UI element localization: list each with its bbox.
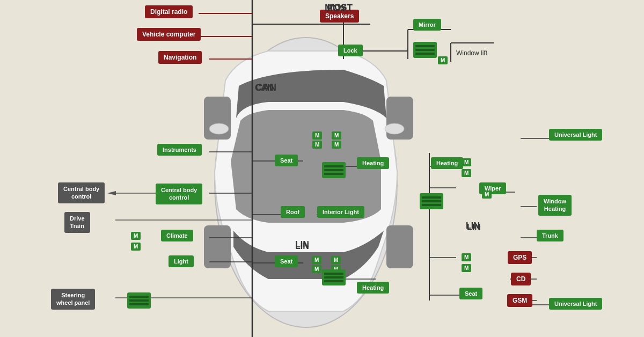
m4-label: M [332,141,341,149]
central-body-control-green-label: Central bodycontrol [156,184,202,204]
diagram-container: MOST CAN LIN LIN Digital radio Vehicle c… [0,0,644,337]
most-bus-label: MOST [325,3,353,14]
lock-label: Lock [338,45,363,56]
lin-right-connector-icon [420,193,443,209]
mirror-label: Mirror [413,19,441,31]
universal-light-bottom-label: Universal Light [549,298,602,310]
navigation-label: Navigation [158,51,202,64]
can-bus-label: CAN [255,82,276,93]
heating-top-left-label: Heating [357,157,389,169]
roof-label: Roof [281,206,305,218]
m6-label: M [131,243,141,251]
lin-right-label: LIN [466,221,480,231]
climate-label: Climate [161,230,193,241]
m3-label: M [312,141,322,149]
window-heating-label: WindowHeating [538,195,572,216]
digital-radio-label: Digital radio [145,5,193,18]
svg-rect-4 [386,225,413,268]
light-label: Light [169,255,194,267]
seat-top-connector-icon [322,162,346,178]
seat-bottom-connector-icon [322,269,346,285]
cd-label: CD [511,273,531,285]
m1-label: M [312,131,322,140]
drive-train-label: DriveTrain [64,212,90,233]
m12-label: M [312,256,321,264]
seat-right-label: Seat [459,288,482,299]
m10-label: M [462,264,471,272]
svg-rect-1 [204,97,231,140]
m8-label: M [462,169,471,177]
svg-rect-2 [386,97,413,140]
interior-light-label: Interior Light [317,206,364,218]
central-body-control-gray-label: Central bodycontrol [58,182,105,203]
gsm-label: GSM [507,294,532,307]
seat-bottom-label: Seat [275,255,298,267]
heating-bottom-label: Heating [357,282,389,294]
svg-point-5 [209,123,229,134]
m5-label: M [131,232,141,240]
m7-label: M [462,158,471,166]
instruments-label: Instruments [157,144,202,156]
m14-label: M [312,265,321,273]
m2-label: M [332,131,341,140]
m-window-label: M [438,56,448,64]
window-lift-text: Window lift [456,49,487,57]
trunk-label: Trunk [537,230,564,241]
steering-connector-icon [127,292,151,309]
m13-label: M [331,256,341,264]
svg-rect-3 [204,225,231,268]
window-lift-icon [413,42,437,58]
lin-center-label: LIN [295,240,309,250]
universal-light-top-label: Universal Light [549,129,602,141]
m9-label: M [462,253,471,261]
svg-marker-27 [107,191,116,195]
svg-point-6 [385,123,404,134]
vehicle-computer-label: Vehicle computer [137,28,201,41]
gps-label: GPS [508,251,532,264]
steering-wheel-panel-label: Steeringwheel panel [51,289,95,310]
seat-top-label: Seat [275,155,298,166]
m11-label: M [482,191,492,199]
heating-top-right-label: Heating [431,157,463,169]
